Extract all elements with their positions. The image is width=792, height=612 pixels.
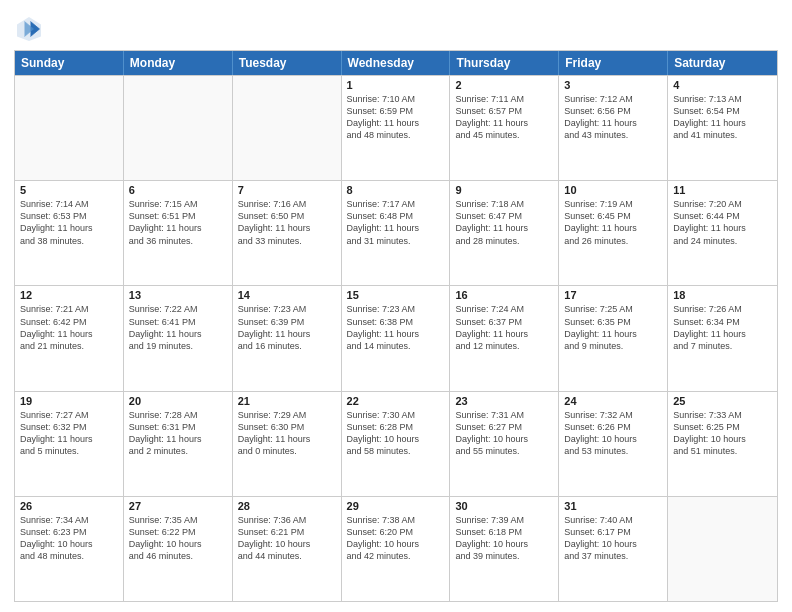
day-info: Sunrise: 7:15 AM Sunset: 6:51 PM Dayligh…	[129, 198, 227, 247]
day-cell-30: 30Sunrise: 7:39 AM Sunset: 6:18 PM Dayli…	[450, 497, 559, 601]
day-cell-4: 4Sunrise: 7:13 AM Sunset: 6:54 PM Daylig…	[668, 76, 777, 180]
day-info: Sunrise: 7:36 AM Sunset: 6:21 PM Dayligh…	[238, 514, 336, 563]
day-info: Sunrise: 7:30 AM Sunset: 6:28 PM Dayligh…	[347, 409, 445, 458]
day-cell-22: 22Sunrise: 7:30 AM Sunset: 6:28 PM Dayli…	[342, 392, 451, 496]
day-number: 7	[238, 184, 336, 196]
day-info: Sunrise: 7:14 AM Sunset: 6:53 PM Dayligh…	[20, 198, 118, 247]
day-cell-21: 21Sunrise: 7:29 AM Sunset: 6:30 PM Dayli…	[233, 392, 342, 496]
day-number: 17	[564, 289, 662, 301]
logo	[14, 14, 48, 44]
week-row-2: 5Sunrise: 7:14 AM Sunset: 6:53 PM Daylig…	[15, 180, 777, 285]
day-info: Sunrise: 7:23 AM Sunset: 6:39 PM Dayligh…	[238, 303, 336, 352]
day-number: 24	[564, 395, 662, 407]
day-cell-26: 26Sunrise: 7:34 AM Sunset: 6:23 PM Dayli…	[15, 497, 124, 601]
day-cell-12: 12Sunrise: 7:21 AM Sunset: 6:42 PM Dayli…	[15, 286, 124, 390]
day-number: 19	[20, 395, 118, 407]
day-info: Sunrise: 7:22 AM Sunset: 6:41 PM Dayligh…	[129, 303, 227, 352]
day-cell-1: 1Sunrise: 7:10 AM Sunset: 6:59 PM Daylig…	[342, 76, 451, 180]
week-row-3: 12Sunrise: 7:21 AM Sunset: 6:42 PM Dayli…	[15, 285, 777, 390]
day-info: Sunrise: 7:17 AM Sunset: 6:48 PM Dayligh…	[347, 198, 445, 247]
day-number: 28	[238, 500, 336, 512]
day-number: 23	[455, 395, 553, 407]
day-number: 13	[129, 289, 227, 301]
day-info: Sunrise: 7:31 AM Sunset: 6:27 PM Dayligh…	[455, 409, 553, 458]
day-number: 25	[673, 395, 772, 407]
day-info: Sunrise: 7:33 AM Sunset: 6:25 PM Dayligh…	[673, 409, 772, 458]
day-cell-6: 6Sunrise: 7:15 AM Sunset: 6:51 PM Daylig…	[124, 181, 233, 285]
day-cell-15: 15Sunrise: 7:23 AM Sunset: 6:38 PM Dayli…	[342, 286, 451, 390]
day-number: 8	[347, 184, 445, 196]
header-day-sunday: Sunday	[15, 51, 124, 75]
day-number: 5	[20, 184, 118, 196]
empty-cell	[233, 76, 342, 180]
day-info: Sunrise: 7:24 AM Sunset: 6:37 PM Dayligh…	[455, 303, 553, 352]
day-info: Sunrise: 7:19 AM Sunset: 6:45 PM Dayligh…	[564, 198, 662, 247]
day-cell-10: 10Sunrise: 7:19 AM Sunset: 6:45 PM Dayli…	[559, 181, 668, 285]
day-info: Sunrise: 7:29 AM Sunset: 6:30 PM Dayligh…	[238, 409, 336, 458]
day-info: Sunrise: 7:34 AM Sunset: 6:23 PM Dayligh…	[20, 514, 118, 563]
day-cell-16: 16Sunrise: 7:24 AM Sunset: 6:37 PM Dayli…	[450, 286, 559, 390]
day-number: 30	[455, 500, 553, 512]
day-cell-23: 23Sunrise: 7:31 AM Sunset: 6:27 PM Dayli…	[450, 392, 559, 496]
week-row-4: 19Sunrise: 7:27 AM Sunset: 6:32 PM Dayli…	[15, 391, 777, 496]
header	[14, 10, 778, 44]
day-number: 26	[20, 500, 118, 512]
header-day-wednesday: Wednesday	[342, 51, 451, 75]
page: SundayMondayTuesdayWednesdayThursdayFrid…	[0, 0, 792, 612]
day-info: Sunrise: 7:32 AM Sunset: 6:26 PM Dayligh…	[564, 409, 662, 458]
day-info: Sunrise: 7:27 AM Sunset: 6:32 PM Dayligh…	[20, 409, 118, 458]
day-cell-9: 9Sunrise: 7:18 AM Sunset: 6:47 PM Daylig…	[450, 181, 559, 285]
day-info: Sunrise: 7:26 AM Sunset: 6:34 PM Dayligh…	[673, 303, 772, 352]
day-info: Sunrise: 7:38 AM Sunset: 6:20 PM Dayligh…	[347, 514, 445, 563]
day-number: 31	[564, 500, 662, 512]
day-number: 16	[455, 289, 553, 301]
day-number: 22	[347, 395, 445, 407]
day-number: 3	[564, 79, 662, 91]
empty-cell	[668, 497, 777, 601]
calendar-body: 1Sunrise: 7:10 AM Sunset: 6:59 PM Daylig…	[15, 75, 777, 601]
day-number: 4	[673, 79, 772, 91]
day-cell-24: 24Sunrise: 7:32 AM Sunset: 6:26 PM Dayli…	[559, 392, 668, 496]
day-info: Sunrise: 7:18 AM Sunset: 6:47 PM Dayligh…	[455, 198, 553, 247]
day-info: Sunrise: 7:11 AM Sunset: 6:57 PM Dayligh…	[455, 93, 553, 142]
day-info: Sunrise: 7:25 AM Sunset: 6:35 PM Dayligh…	[564, 303, 662, 352]
empty-cell	[124, 76, 233, 180]
day-cell-20: 20Sunrise: 7:28 AM Sunset: 6:31 PM Dayli…	[124, 392, 233, 496]
day-info: Sunrise: 7:28 AM Sunset: 6:31 PM Dayligh…	[129, 409, 227, 458]
logo-icon	[14, 14, 44, 44]
day-info: Sunrise: 7:39 AM Sunset: 6:18 PM Dayligh…	[455, 514, 553, 563]
day-number: 29	[347, 500, 445, 512]
day-cell-29: 29Sunrise: 7:38 AM Sunset: 6:20 PM Dayli…	[342, 497, 451, 601]
day-cell-7: 7Sunrise: 7:16 AM Sunset: 6:50 PM Daylig…	[233, 181, 342, 285]
day-info: Sunrise: 7:13 AM Sunset: 6:54 PM Dayligh…	[673, 93, 772, 142]
header-day-monday: Monday	[124, 51, 233, 75]
day-cell-25: 25Sunrise: 7:33 AM Sunset: 6:25 PM Dayli…	[668, 392, 777, 496]
day-cell-31: 31Sunrise: 7:40 AM Sunset: 6:17 PM Dayli…	[559, 497, 668, 601]
day-info: Sunrise: 7:35 AM Sunset: 6:22 PM Dayligh…	[129, 514, 227, 563]
day-number: 12	[20, 289, 118, 301]
day-number: 11	[673, 184, 772, 196]
day-cell-18: 18Sunrise: 7:26 AM Sunset: 6:34 PM Dayli…	[668, 286, 777, 390]
day-cell-28: 28Sunrise: 7:36 AM Sunset: 6:21 PM Dayli…	[233, 497, 342, 601]
day-number: 27	[129, 500, 227, 512]
day-cell-2: 2Sunrise: 7:11 AM Sunset: 6:57 PM Daylig…	[450, 76, 559, 180]
day-number: 20	[129, 395, 227, 407]
day-cell-5: 5Sunrise: 7:14 AM Sunset: 6:53 PM Daylig…	[15, 181, 124, 285]
day-cell-14: 14Sunrise: 7:23 AM Sunset: 6:39 PM Dayli…	[233, 286, 342, 390]
day-cell-17: 17Sunrise: 7:25 AM Sunset: 6:35 PM Dayli…	[559, 286, 668, 390]
week-row-1: 1Sunrise: 7:10 AM Sunset: 6:59 PM Daylig…	[15, 75, 777, 180]
week-row-5: 26Sunrise: 7:34 AM Sunset: 6:23 PM Dayli…	[15, 496, 777, 601]
day-info: Sunrise: 7:12 AM Sunset: 6:56 PM Dayligh…	[564, 93, 662, 142]
day-cell-8: 8Sunrise: 7:17 AM Sunset: 6:48 PM Daylig…	[342, 181, 451, 285]
day-number: 21	[238, 395, 336, 407]
day-cell-11: 11Sunrise: 7:20 AM Sunset: 6:44 PM Dayli…	[668, 181, 777, 285]
day-number: 15	[347, 289, 445, 301]
calendar-header: SundayMondayTuesdayWednesdayThursdayFrid…	[15, 51, 777, 75]
day-info: Sunrise: 7:40 AM Sunset: 6:17 PM Dayligh…	[564, 514, 662, 563]
day-info: Sunrise: 7:16 AM Sunset: 6:50 PM Dayligh…	[238, 198, 336, 247]
day-cell-3: 3Sunrise: 7:12 AM Sunset: 6:56 PM Daylig…	[559, 76, 668, 180]
day-number: 14	[238, 289, 336, 301]
day-number: 9	[455, 184, 553, 196]
day-info: Sunrise: 7:23 AM Sunset: 6:38 PM Dayligh…	[347, 303, 445, 352]
calendar: SundayMondayTuesdayWednesdayThursdayFrid…	[14, 50, 778, 602]
